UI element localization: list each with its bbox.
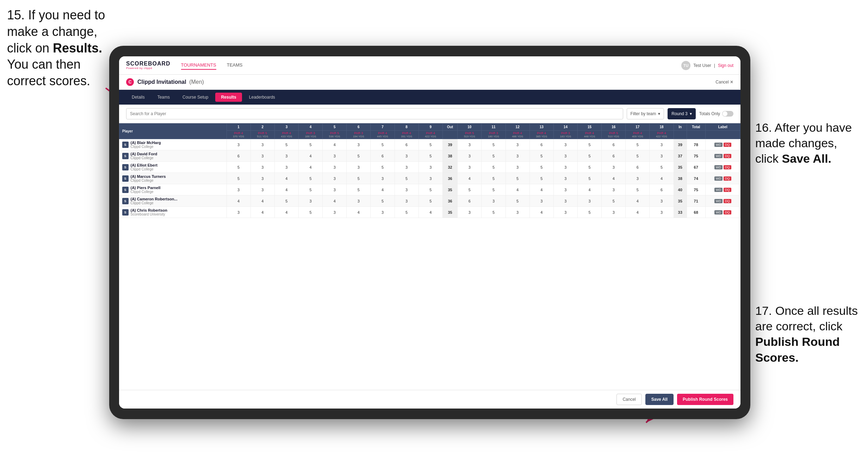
score-h15[interactable]: 5 <box>578 162 602 173</box>
score-h13[interactable]: 4 <box>529 184 553 195</box>
wd-badge[interactable]: WD <box>714 199 723 203</box>
score-h6[interactable]: 3 <box>347 162 371 173</box>
score-h14[interactable]: 3 <box>553 184 577 195</box>
score-h6[interactable]: 5 <box>347 150 371 162</box>
score-h11[interactable]: 5 <box>482 139 506 150</box>
wd-badge[interactable]: WD <box>714 210 723 214</box>
score-h4[interactable]: 4 <box>299 150 323 162</box>
score-h5[interactable]: 4 <box>323 195 347 207</box>
dq-badge[interactable]: DQ <box>724 210 731 214</box>
search-input[interactable] <box>126 108 623 119</box>
score-h18[interactable]: 3 <box>650 195 674 207</box>
score-h4[interactable]: 3 <box>299 195 323 207</box>
tab-course-setup[interactable]: Course Setup <box>177 93 214 102</box>
score-h2[interactable]: 3 <box>250 139 274 150</box>
score-h14[interactable]: 3 <box>553 162 577 173</box>
score-h12[interactable]: 5 <box>506 173 529 184</box>
score-h12[interactable]: 3 <box>506 150 529 162</box>
wd-badge[interactable]: WD <box>714 143 723 147</box>
score-h7[interactable]: 6 <box>371 150 395 162</box>
score-h8[interactable]: 3 <box>395 162 418 173</box>
score-h14[interactable]: 3 <box>553 195 577 207</box>
nav-tournaments[interactable]: TOURNAMENTS <box>181 61 216 70</box>
score-h9[interactable]: 5 <box>418 195 442 207</box>
score-h8[interactable]: 5 <box>395 207 418 218</box>
score-h13[interactable]: 6 <box>529 139 553 150</box>
score-h4[interactable]: 4 <box>299 162 323 173</box>
tab-details[interactable]: Details <box>126 93 150 102</box>
score-h17[interactable]: 4 <box>626 195 650 207</box>
score-h12[interactable]: 5 <box>506 195 529 207</box>
dq-badge[interactable]: DQ <box>724 176 731 181</box>
score-h1[interactable]: 3 <box>227 207 250 218</box>
score-h5[interactable]: 3 <box>323 184 347 195</box>
score-h12[interactable]: 3 <box>506 207 529 218</box>
score-h17[interactable]: 6 <box>626 162 650 173</box>
score-h1[interactable]: 5 <box>227 173 250 184</box>
score-h10[interactable]: 3 <box>458 150 482 162</box>
score-h18[interactable]: 3 <box>650 150 674 162</box>
score-h3[interactable]: 4 <box>274 207 298 218</box>
score-h1[interactable]: 4 <box>227 195 250 207</box>
score-h10[interactable]: 3 <box>458 162 482 173</box>
score-h16[interactable]: 6 <box>602 139 626 150</box>
score-h7[interactable]: 5 <box>371 162 395 173</box>
tab-teams[interactable]: Teams <box>152 93 175 102</box>
score-h1[interactable]: 5 <box>227 162 250 173</box>
score-h15[interactable]: 5 <box>578 173 602 184</box>
score-h6[interactable]: 5 <box>347 173 371 184</box>
wd-badge[interactable]: WD <box>714 188 723 192</box>
totals-toggle-switch[interactable] <box>722 111 733 117</box>
dq-badge[interactable]: DQ <box>724 154 731 158</box>
wd-badge[interactable]: WD <box>714 176 723 181</box>
score-h14[interactable]: 3 <box>553 173 577 184</box>
score-h9[interactable]: 3 <box>418 162 442 173</box>
score-h13[interactable]: 5 <box>529 173 553 184</box>
score-h8[interactable]: 3 <box>395 150 418 162</box>
score-h4[interactable]: 5 <box>299 139 323 150</box>
dq-badge[interactable]: DQ <box>724 199 731 203</box>
score-h3[interactable]: 3 <box>274 150 298 162</box>
score-h12[interactable]: 3 <box>506 139 529 150</box>
score-h10[interactable]: 3 <box>458 207 482 218</box>
score-h5[interactable]: 3 <box>323 150 347 162</box>
score-h18[interactable]: 3 <box>650 139 674 150</box>
score-h9[interactable]: 4 <box>418 207 442 218</box>
score-h15[interactable]: 4 <box>578 184 602 195</box>
score-h12[interactable]: 4 <box>506 184 529 195</box>
score-h7[interactable]: 4 <box>371 184 395 195</box>
score-h2[interactable]: 3 <box>250 162 274 173</box>
score-h7[interactable]: 5 <box>371 195 395 207</box>
score-h6[interactable]: 5 <box>347 184 371 195</box>
score-h17[interactable]: 3 <box>626 173 650 184</box>
score-h6[interactable]: 3 <box>347 195 371 207</box>
score-h2[interactable]: 3 <box>250 184 274 195</box>
score-h18[interactable]: 4 <box>650 173 674 184</box>
score-h13[interactable]: 4 <box>529 207 553 218</box>
score-h12[interactable]: 3 <box>506 162 529 173</box>
score-h11[interactable]: 5 <box>482 184 506 195</box>
score-h18[interactable]: 5 <box>650 162 674 173</box>
score-h10[interactable]: 3 <box>458 139 482 150</box>
round-dropdown[interactable]: Round 3 ▾ <box>668 108 695 119</box>
score-h6[interactable]: 3 <box>347 139 371 150</box>
score-h17[interactable]: 5 <box>626 184 650 195</box>
wd-badge[interactable]: WD <box>714 154 723 158</box>
score-h10[interactable]: 4 <box>458 173 482 184</box>
score-h16[interactable]: 4 <box>602 173 626 184</box>
score-h3[interactable]: 5 <box>274 195 298 207</box>
score-h18[interactable]: 6 <box>650 184 674 195</box>
score-h17[interactable]: 5 <box>626 150 650 162</box>
score-h17[interactable]: 4 <box>626 207 650 218</box>
filter-team-dropdown[interactable]: Filter by team ▾ <box>627 108 664 119</box>
dq-badge[interactable]: DQ <box>724 143 731 147</box>
score-h8[interactable]: 5 <box>395 173 418 184</box>
score-h4[interactable]: 5 <box>299 184 323 195</box>
dq-badge[interactable]: DQ <box>724 188 731 192</box>
score-h1[interactable]: 6 <box>227 150 250 162</box>
score-h3[interactable]: 5 <box>274 139 298 150</box>
score-h11[interactable]: 5 <box>482 173 506 184</box>
score-h15[interactable]: 5 <box>578 207 602 218</box>
score-h3[interactable]: 4 <box>274 173 298 184</box>
score-h3[interactable]: 4 <box>274 184 298 195</box>
